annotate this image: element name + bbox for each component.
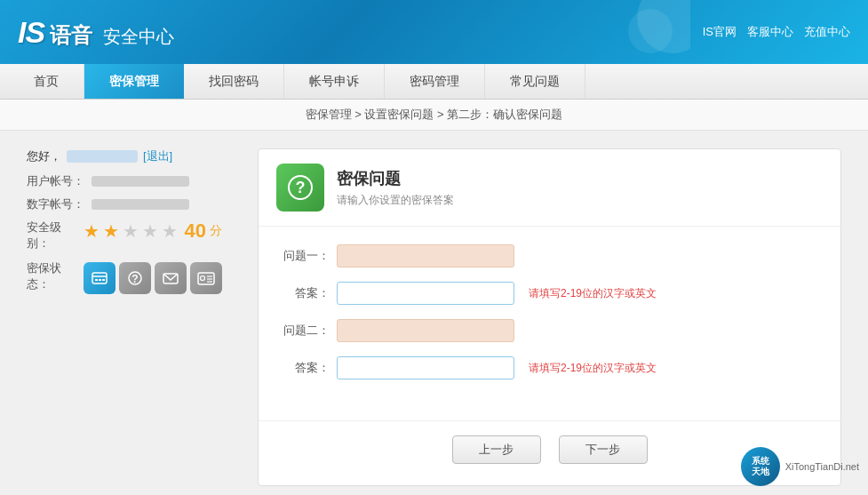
question2-row: 问题二： [276,319,814,342]
nav-faq[interactable]: 常见问题 [485,64,585,99]
security-icon-email[interactable] [155,262,187,294]
digital-label: 数字帐号： [27,196,84,212]
right-header: ? 密保问题 请输入你设置的密保答案 [259,149,840,227]
answer2-label: 答案： [276,360,330,376]
question2-label: 问题二： [276,323,330,339]
star-1: ★ [84,220,100,242]
nav-password-manage[interactable]: 密码管理 [385,64,485,99]
logo-voice: 语音 [50,21,92,50]
nav-appeal[interactable]: 帐号申诉 [284,64,385,99]
main-content: 您好， [退出] 用户帐号： 数字帐号： 安全级别： ★ ★ ★ ★ ★ 40 … [0,131,868,495]
nav-find-password[interactable]: 找回密码 [184,64,284,99]
official-site-link[interactable]: IS官网 [703,24,737,40]
digital-row: 数字帐号： [27,196,222,212]
hello-label: 您好， [27,148,61,164]
watermark-circle-text: 系统天地 [752,456,769,477]
secret-status-label: 密保状态： [27,260,76,292]
logo-is: IS [18,15,44,50]
prev-button[interactable]: 上一步 [452,435,541,464]
svg-point-9 [201,276,205,281]
breadcrumb: 密保管理 > 设置密保问题 > 第二步：确认密保问题 [0,100,868,131]
security-score: 40 [185,220,206,243]
nav-secret-manage[interactable]: 密保管理 [84,64,184,99]
breadcrumb-text: 密保管理 > 设置密保问题 > 第二步：确认密保问题 [306,108,563,121]
nav-home[interactable]: 首页 [9,64,84,99]
stars-row: ★ ★ ★ ★ ★ 40 分 [84,220,222,243]
question1-row: 问题一： [276,244,814,267]
header-links: IS官网 客服中心 充值中心 [703,24,850,40]
question1-value-blur [337,244,514,267]
account-row: 用户帐号： [27,173,222,189]
question1-label: 问题一： [276,248,330,264]
security-icon-id[interactable] [190,262,222,294]
digital-value-blur [92,199,189,210]
svg-rect-2 [95,279,98,281]
answer1-hint: 请填写2-19位的汉字或英文 [529,286,657,301]
security-icon-phone[interactable] [84,262,115,294]
star-5: ★ [162,220,178,242]
account-value-blur [92,176,189,187]
recharge-link[interactable]: 充值中心 [804,24,850,40]
left-panel: 您好， [退出] 用户帐号： 数字帐号： 安全级别： ★ ★ ★ ★ ★ 40 … [27,148,222,486]
answer1-label: 答案： [276,285,330,301]
security-icons: ? [84,262,222,294]
svg-rect-0 [92,273,107,283]
svg-rect-3 [99,279,101,281]
footer-watermark: 系统天地 XiTongTianDi.net [741,447,859,486]
header: IS 语音 安全中心 IS官网 客服中心 充值中心 [0,0,868,64]
answer2-row: 答案： 请填写2-19位的汉字或英文 [276,356,814,379]
star-2: ★ [103,220,119,242]
logo: IS 语音 安全中心 [18,15,174,50]
question-icon-box: ? [276,164,324,212]
username-blur [67,150,138,163]
security-icon-question[interactable]: ? [119,262,151,294]
right-header-text: 密保问题 请输入你设置的密保答案 [337,168,454,208]
question2-value-blur [337,319,514,342]
answer2-hint: 请填写2-19位的汉字或英文 [529,361,657,376]
answer2-input[interactable] [337,356,514,379]
star-3: ★ [123,220,139,242]
right-panel: ? 密保问题 请输入你设置的密保答案 问题一： 答案： 请填写2-19位的汉字或… [258,148,841,486]
secret-status-row: 密保状态： ? [27,259,222,294]
answer1-row: 答案： 请填写2-19位的汉字或英文 [276,282,814,305]
next-button[interactable]: 下一步 [559,435,648,464]
logout-link[interactable]: [退出] [143,148,172,164]
star-4: ★ [142,220,158,242]
panel-subtitle: 请输入你设置的密保答案 [337,193,454,208]
security-level-row: 安全级别： ★ ★ ★ ★ ★ 40 分 [27,220,222,251]
user-hello-row: 您好， [退出] [27,148,222,164]
logo-security: 安全中心 [103,25,174,49]
watermark-circle: 系统天地 [741,447,780,486]
nav-bar: 首页 密保管理 找回密码 帐号申诉 密码管理 常见问题 [0,64,868,100]
svg-text:?: ? [131,273,138,285]
account-label: 用户帐号： [27,173,84,189]
panel-title: 密保问题 [337,168,454,189]
service-link[interactable]: 客服中心 [747,24,793,40]
svg-rect-4 [102,279,105,281]
watermark-site: XiTongTianDi.net [785,461,859,472]
header-decor [584,0,690,64]
score-unit: 分 [210,223,222,239]
form-area: 问题一： 答案： 请填写2-19位的汉字或英文 问题二： 答案： 请填写2-19… [259,227,840,411]
security-level-label: 安全级别： [27,220,76,251]
answer1-input[interactable] [337,282,514,305]
svg-text:?: ? [296,179,306,196]
